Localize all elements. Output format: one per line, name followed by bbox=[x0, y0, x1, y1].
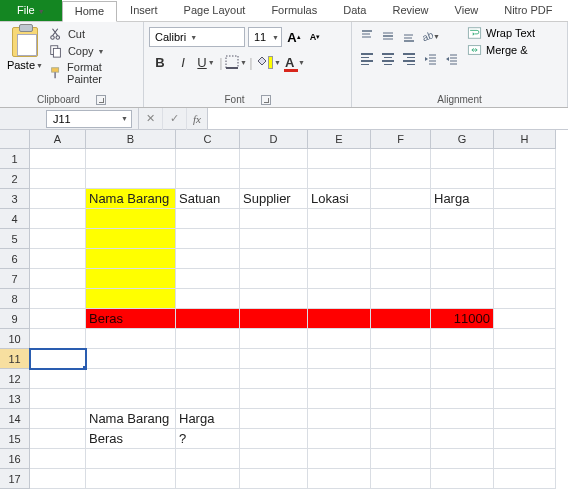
font-name-select[interactable]: Calibri▼ bbox=[149, 27, 245, 47]
col-header-B[interactable]: B bbox=[86, 130, 176, 149]
row-header-5[interactable]: 5 bbox=[0, 229, 30, 249]
cell-A10[interactable] bbox=[30, 329, 86, 349]
paste-button[interactable]: Paste▼ bbox=[7, 59, 43, 71]
cell-G16[interactable] bbox=[431, 449, 494, 469]
cell-B4[interactable] bbox=[86, 209, 176, 229]
tab-review[interactable]: Review bbox=[379, 0, 441, 21]
cell-A8[interactable] bbox=[30, 289, 86, 309]
cell-C7[interactable] bbox=[176, 269, 240, 289]
cell-H16[interactable] bbox=[494, 449, 556, 469]
cell-F9[interactable] bbox=[371, 309, 431, 329]
wrap-text-button[interactable]: Wrap Text bbox=[467, 26, 535, 40]
cell-D14[interactable] bbox=[240, 409, 308, 429]
cell-F11[interactable] bbox=[371, 349, 431, 369]
cell-D15[interactable] bbox=[240, 429, 308, 449]
dialog-launcher-icon[interactable] bbox=[261, 95, 271, 105]
cell-F13[interactable] bbox=[371, 389, 431, 409]
col-header-G[interactable]: G bbox=[431, 130, 494, 149]
cell-E13[interactable] bbox=[308, 389, 371, 409]
cell-G1[interactable] bbox=[431, 149, 494, 169]
row-header-12[interactable]: 12 bbox=[0, 369, 30, 389]
cell-C6[interactable] bbox=[176, 249, 240, 269]
cell-D9[interactable] bbox=[240, 309, 308, 329]
tab-file[interactable]: File ▼ bbox=[0, 0, 62, 21]
cell-C17[interactable] bbox=[176, 469, 240, 489]
cell-H8[interactable] bbox=[494, 289, 556, 309]
cell-E6[interactable] bbox=[308, 249, 371, 269]
increase-indent-button[interactable] bbox=[441, 49, 461, 69]
font-color-button[interactable]: A▼ bbox=[282, 51, 308, 73]
cell-C16[interactable] bbox=[176, 449, 240, 469]
cell-B12[interactable] bbox=[86, 369, 176, 389]
row-header-6[interactable]: 6 bbox=[0, 249, 30, 269]
copy-button[interactable]: Copy▼ bbox=[49, 44, 136, 58]
row-header-9[interactable]: 9 bbox=[0, 309, 30, 329]
tab-nitro-pdf[interactable]: Nitro PDF bbox=[491, 0, 565, 21]
col-header-F[interactable]: F bbox=[371, 130, 431, 149]
bold-button[interactable]: B bbox=[149, 51, 171, 73]
row-header-7[interactable]: 7 bbox=[0, 269, 30, 289]
cell-F8[interactable] bbox=[371, 289, 431, 309]
decrease-font-button[interactable]: A▾ bbox=[306, 27, 324, 47]
cell-E16[interactable] bbox=[308, 449, 371, 469]
italic-button[interactable]: I bbox=[172, 51, 194, 73]
cell-H9[interactable] bbox=[494, 309, 556, 329]
cell-B14[interactable]: Nama Barang bbox=[86, 409, 176, 429]
cell-D10[interactable] bbox=[240, 329, 308, 349]
cell-C13[interactable] bbox=[176, 389, 240, 409]
orientation-button[interactable]: ab▼ bbox=[420, 26, 440, 46]
cell-D17[interactable] bbox=[240, 469, 308, 489]
cell-C2[interactable] bbox=[176, 169, 240, 189]
cell-E2[interactable] bbox=[308, 169, 371, 189]
cell-F4[interactable] bbox=[371, 209, 431, 229]
cell-H17[interactable] bbox=[494, 469, 556, 489]
cell-D6[interactable] bbox=[240, 249, 308, 269]
cell-B3[interactable]: Nama Barang bbox=[86, 189, 176, 209]
cell-A9[interactable] bbox=[30, 309, 86, 329]
cell-D16[interactable] bbox=[240, 449, 308, 469]
cell-E3[interactable]: Lokasi bbox=[308, 189, 371, 209]
align-top-button[interactable] bbox=[357, 26, 377, 46]
dialog-launcher-icon[interactable] bbox=[96, 95, 106, 105]
cell-E7[interactable] bbox=[308, 269, 371, 289]
cells-area[interactable]: Nama BarangSatuanSupplierLokasiHargaBera… bbox=[30, 149, 556, 489]
formula-input[interactable] bbox=[207, 108, 568, 129]
cell-E11[interactable] bbox=[308, 349, 371, 369]
increase-font-button[interactable]: A▴ bbox=[285, 27, 303, 47]
cell-E15[interactable] bbox=[308, 429, 371, 449]
cell-B9[interactable]: Beras bbox=[86, 309, 176, 329]
cancel-formula-button[interactable]: ✕ bbox=[139, 108, 163, 130]
cell-F1[interactable] bbox=[371, 149, 431, 169]
cell-E14[interactable] bbox=[308, 409, 371, 429]
cell-D5[interactable] bbox=[240, 229, 308, 249]
cell-G11[interactable] bbox=[431, 349, 494, 369]
cell-A12[interactable] bbox=[30, 369, 86, 389]
cell-E1[interactable] bbox=[308, 149, 371, 169]
cell-C4[interactable] bbox=[176, 209, 240, 229]
underline-button[interactable]: U▼ bbox=[195, 51, 217, 73]
cell-G4[interactable] bbox=[431, 209, 494, 229]
cell-C11[interactable] bbox=[176, 349, 240, 369]
cell-D12[interactable] bbox=[240, 369, 308, 389]
tab-home[interactable]: Home bbox=[62, 1, 117, 22]
cell-C10[interactable] bbox=[176, 329, 240, 349]
cell-D3[interactable]: Supplier bbox=[240, 189, 308, 209]
align-left-button[interactable] bbox=[357, 49, 377, 69]
row-header-11[interactable]: 11 bbox=[0, 349, 30, 369]
cell-H12[interactable] bbox=[494, 369, 556, 389]
cell-H4[interactable] bbox=[494, 209, 556, 229]
cell-B16[interactable] bbox=[86, 449, 176, 469]
cell-E4[interactable] bbox=[308, 209, 371, 229]
row-header-17[interactable]: 17 bbox=[0, 469, 30, 489]
cell-D1[interactable] bbox=[240, 149, 308, 169]
cell-C1[interactable] bbox=[176, 149, 240, 169]
cell-F5[interactable] bbox=[371, 229, 431, 249]
cell-E9[interactable] bbox=[308, 309, 371, 329]
cell-F10[interactable] bbox=[371, 329, 431, 349]
col-header-E[interactable]: E bbox=[308, 130, 371, 149]
align-bottom-button[interactable] bbox=[399, 26, 419, 46]
cell-G13[interactable] bbox=[431, 389, 494, 409]
row-header-16[interactable]: 16 bbox=[0, 449, 30, 469]
cell-B13[interactable] bbox=[86, 389, 176, 409]
cell-A2[interactable] bbox=[30, 169, 86, 189]
